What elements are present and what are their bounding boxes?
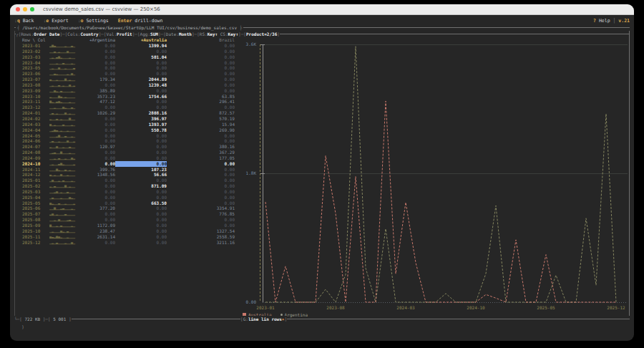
pivot-row[interactable]: 2023-08▁▂▁▁▃▁▂▁▁▄▁▂0.001239.480.00 [15, 82, 241, 88]
row-label[interactable]: 2024-08 [15, 150, 49, 155]
pivot-cell[interactable]: 0.00 [82, 183, 115, 189]
pivot-cell[interactable]: 0.00 [167, 138, 238, 144]
pivot-cell[interactable]: 0.00 [115, 88, 167, 94]
pivot-cell[interactable]: 0.00 [82, 178, 115, 183]
pivot-cell[interactable]: 872.57 [167, 110, 238, 116]
row-label[interactable]: 2023-01 [15, 43, 49, 49]
pivot-cell[interactable]: 0.00 [115, 133, 167, 139]
pivot-row[interactable]: 2024-11▁▁▁▅▂▁▁▃▁▂▁▁399.76107.230.00 [15, 167, 241, 173]
pivot-cell[interactable]: 2808.16 [115, 110, 167, 116]
pivot-cell[interactable]: 0.00 [167, 60, 238, 66]
graph-mode-badge[interactable]: [G:line lin rows×] [240, 316, 287, 322]
pivot-cell[interactable]: 2044.89 [115, 77, 167, 82]
pivot-cell[interactable]: 56.66 [115, 172, 167, 178]
pivot-cell[interactable]: 3354.91 [167, 206, 238, 211]
pivot-row[interactable]: 2023-11▅▂▁▃▄▂▁▁▁▂▁▁477.120.00296.41 [15, 99, 241, 105]
pivot-cell[interactable]: 177.05 [167, 155, 238, 161]
row-label[interactable]: 2025-12 [15, 240, 49, 246]
pivot-cell[interactable]: 1754.66 [115, 94, 167, 100]
pivot-cell[interactable]: 385.89 [82, 88, 115, 94]
pivot-row[interactable]: 2025-01▁▄▁▁▂▁▃▁▁▁▂▁0.000.000.00 [15, 178, 241, 183]
pivot-cell[interactable]: 0.00 [115, 99, 167, 105]
row-label[interactable]: 2024-02 [15, 116, 49, 122]
pivot-row[interactable]: 2025-12▁▂▁▃▁▁▁▂▁▁▄▁0.000.003211.16 [15, 240, 241, 246]
pivot-cell[interactable]: 0.00 [82, 43, 115, 49]
pivot-cell[interactable]: 63.85 [167, 94, 238, 100]
pivot-cell[interactable]: 0.00 [167, 88, 238, 94]
pivot-cell[interactable]: 0.00 [167, 65, 238, 71]
pivot-cell[interactable]: 0.00 [167, 49, 238, 54]
pivot-row[interactable]: 2023-10▂▁▁▁▅▃▁▂▁▁▁▁3573.231754.6663.85 [15, 94, 241, 100]
pivot-row[interactable]: 2024-08▁▂▃▁▁▅▁▁▁▂▁▁0.000.00367.29 [15, 150, 241, 155]
pivot-cell[interactable]: 380.16 [167, 144, 238, 150]
pivot-cell[interactable]: 0.00 [115, 228, 167, 234]
pivot-cell[interactable]: 0.00 [115, 144, 167, 150]
row-label[interactable]: 2023-10 [15, 94, 49, 100]
row-label[interactable]: 2025-06 [15, 206, 49, 211]
row-label[interactable]: 2024-06 [15, 138, 49, 144]
menu-item-back[interactable]: :q Back [14, 18, 34, 24]
pivot-cell[interactable]: 1348.56 [82, 172, 115, 178]
pivot-cell[interactable]: 179.34 [82, 77, 115, 82]
row-label[interactable]: 2023-11 [15, 99, 49, 105]
row-label[interactable]: 2023-04 [15, 60, 49, 66]
pivot-cell[interactable]: 1172.09 [82, 223, 115, 228]
pivot-cell[interactable]: 0.00 [82, 240, 115, 246]
pivot-cell[interactable]: 0.00 [167, 217, 238, 223]
pivot-cell[interactable]: 0.00 [167, 223, 238, 228]
pivot-cell[interactable]: 0.00 [167, 54, 238, 60]
pivot-cell[interactable]: 0.00 [167, 200, 238, 206]
column-header-australia[interactable]: +Australia [115, 37, 167, 43]
pivot-row[interactable]: 2025-07▂▄▁▂▁▁▁▃▁▁▁▁0.000.00776.85 [15, 211, 241, 217]
menu-item-export[interactable]: :e Export [43, 18, 68, 24]
pivot-cell[interactable]: 0.00 [82, 105, 115, 110]
pivot-cell[interactable]: 1399.94 [115, 43, 167, 49]
pivot-cell[interactable]: 107.23 [115, 167, 167, 173]
pivot-cell[interactable]: 0.00 [167, 167, 238, 173]
pivot-row[interactable]: 2024-04▁▂▄▃▁▂▁▁▂▁▁▁0.00550.78269.90 [15, 127, 241, 133]
pivot-cell[interactable]: 477.12 [82, 99, 115, 105]
pivot-cell[interactable]: 0.00 [167, 189, 238, 195]
pivot-cell[interactable]: 0.00 [167, 43, 238, 49]
pivot-cell[interactable]: 0.00 [115, 65, 167, 71]
pivot-cell[interactable]: 0.00 [115, 223, 167, 228]
pivot-row[interactable]: 2023-04▁▁▁▂▁▁▃▁▁▁▂▁0.000.000.00 [15, 60, 241, 66]
pivot-cell[interactable]: 0.00 [167, 77, 238, 82]
row-label[interactable]: 2024-11 [15, 167, 49, 173]
pivot-cell[interactable]: 0.00 [167, 105, 238, 110]
pivot-cell[interactable]: 269.90 [167, 127, 238, 133]
pivot-cell[interactable]: 0.00 [115, 189, 167, 195]
pivot-cell[interactable]: 2558.59 [167, 234, 238, 240]
pivot-cell[interactable]: 15.94 [167, 122, 238, 127]
pivot-cell[interactable]: 377.20 [82, 206, 115, 211]
pivot-cell[interactable]: 0.00 [115, 240, 167, 246]
pivot-cell[interactable]: 0.00 [82, 217, 115, 223]
row-label[interactable]: 2025-05 [15, 200, 49, 206]
row-label[interactable]: 2024-09 [15, 155, 49, 161]
pivot-row[interactable]: 2024-01▁▃▁▂▁▁▁▄▁▂▁▁1026.292808.16872.57 [15, 110, 241, 116]
pivot-cell[interactable]: 0.00 [82, 189, 115, 195]
row-label[interactable]: 2025-09 [15, 223, 49, 228]
row-label[interactable]: 2024-01 [15, 110, 49, 116]
menu-item-settings[interactable]: :o Settings [78, 18, 109, 24]
pivot-cell[interactable]: 0.00 [82, 65, 115, 71]
pivot-row[interactable]: 2025-05▄▂▁▁▃▁▁▂▁▁▁▂0.00663.500.00 [15, 200, 241, 206]
row-label[interactable]: 2023-07 [15, 77, 49, 82]
help-label[interactable]: Help [599, 18, 610, 24]
row-label[interactable]: 2024-04 [15, 127, 49, 133]
row-label[interactable]: 2025-01 [15, 178, 49, 183]
pivot-cell[interactable]: 0.00 [115, 105, 167, 110]
pivot-cell[interactable]: 0.00 [167, 195, 238, 200]
pivot-row[interactable]: 2024-12▃▁▂▁▁▄▁▁▂▁▁▁1348.5656.660.00 [15, 172, 241, 178]
pivot-cell[interactable]: 1327.54 [167, 228, 238, 234]
pivot-cell[interactable]: 0.00 [167, 133, 238, 139]
pivot-cell[interactable]: 0.00 [167, 172, 238, 178]
pivot-row[interactable]: 2025-03▁▁▂▄▁▂▁▁▃▁▁▁0.000.000.00 [15, 189, 241, 195]
pivot-cell[interactable]: 0.00 [82, 138, 115, 144]
pivot-row[interactable]: 2023-12▁▁▂▁▁▁▄▂▁▁▃▁0.000.000.00 [15, 105, 241, 110]
pivot-cell[interactable]: 0.00 [82, 133, 115, 139]
pivot-cell[interactable]: 0.00 [167, 161, 238, 167]
row-label[interactable]: 2023-09 [15, 88, 49, 94]
pivot-cell[interactable]: 296.41 [167, 99, 238, 105]
pivot-cell[interactable]: 0.00 [115, 138, 167, 144]
